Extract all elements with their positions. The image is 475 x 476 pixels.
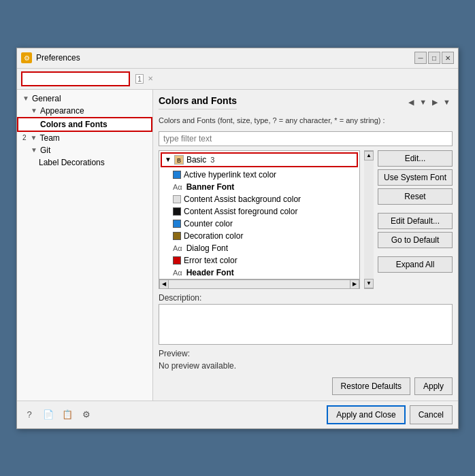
expand-git-icon: ▼ (31, 146, 37, 154)
filter-badge: 1 (135, 74, 144, 84)
color-swatch-5 (173, 232, 181, 240)
minimize-button[interactable]: ─ (414, 52, 427, 64)
filter-input[interactable]: font (21, 71, 130, 86)
color-swatch-2 (173, 195, 181, 203)
color-swatch-0 (173, 171, 181, 179)
main-content: ▼ General ▼ Appearance Colors and Fonts … (17, 90, 458, 401)
vertical-scrollbar[interactable]: ▲ ▼ (364, 150, 374, 289)
sidebar-item-colors-and-fonts[interactable]: Colors and Fonts (17, 117, 152, 132)
preview-section: Preview: No preview available. (159, 349, 453, 371)
sidebar-item-team-label: Team (39, 133, 59, 143)
sidebar-item-label-decorations[interactable]: Label Decorations (17, 156, 152, 169)
sidebar-item-label-deco-label: Label Decorations (39, 158, 105, 167)
horizontal-scrollbar[interactable]: ◀ ▶ (159, 279, 360, 289)
tree-item-4[interactable]: Counter color (159, 218, 359, 230)
nav-forward-icon[interactable]: ▶ (430, 97, 440, 107)
font-indicator-1: Aα (173, 183, 182, 191)
reset-button[interactable]: Reset (378, 188, 453, 205)
export-icon[interactable]: 📋 (61, 408, 74, 422)
panel-description: Colors and Fonts (font, size, type, ? = … (159, 116, 453, 124)
tree-item-2[interactable]: Content Assist background color (159, 193, 359, 205)
tree-item-7[interactable]: Error text color (159, 254, 359, 267)
import-icon[interactable]: 📄 (42, 408, 55, 422)
tree-filter-input[interactable] (159, 131, 453, 146)
tree-item-3[interactable]: Content Assist foreground color (159, 205, 359, 218)
sidebar-item-general[interactable]: ▼ General (17, 92, 152, 105)
settings-icon[interactable]: ⚙ (80, 408, 93, 422)
panel-header: Colors and Fonts ◀ ▼ ▶ ▼ (159, 95, 453, 109)
close-button[interactable]: ✕ (442, 52, 454, 64)
tree-column: ▼ B Basic 3 Active hyperlink text color (159, 150, 360, 289)
footer-action-buttons: Apply and Close Cancel (327, 405, 453, 424)
expand-appearance-icon: ▼ (31, 107, 37, 114)
clear-filter-icon[interactable]: ✕ (148, 75, 153, 82)
scroll-track-v (364, 160, 374, 279)
group-icon: B (174, 155, 184, 165)
scroll-track (169, 280, 350, 288)
right-panel: Colors and Fonts ◀ ▼ ▶ ▼ Colors and Font… (153, 90, 458, 401)
maximize-button[interactable]: □ (428, 52, 440, 64)
tree-item-8[interactable]: Aα Header Font (159, 267, 359, 279)
tree-item-1[interactable]: Aα Banner Font (159, 181, 359, 193)
preview-text: No preview available. (159, 361, 453, 371)
tree-group-basic[interactable]: ▼ B Basic 3 (162, 154, 357, 166)
expand-all-button[interactable]: Expand All (378, 256, 453, 273)
apply-button[interactable]: Apply (414, 377, 453, 395)
footer: ? 📄 📋 ⚙ Apply and Close Cancel (17, 401, 458, 428)
tree-item-label-6: Dialog Font (186, 243, 228, 253)
window-title: Preferences (36, 53, 410, 63)
sidebar-item-general-label: General (32, 94, 61, 103)
tree-container[interactable]: ▼ B Basic 3 Active hyperlink text color (159, 150, 360, 279)
tree-item-0[interactable]: Active hyperlink text color (159, 169, 359, 181)
color-swatch-3 (173, 207, 181, 216)
sidebar-item-appearance[interactable]: ▼ Appearance (17, 105, 152, 117)
tree-item-label-4: Counter color (184, 219, 233, 228)
restore-defaults-button[interactable]: Restore Defaults (332, 377, 410, 395)
window-controls: ─ □ ✕ (414, 52, 454, 64)
footer-icons: ? 📄 📋 ⚙ (22, 408, 93, 422)
app-icon: ⚙ (21, 52, 32, 63)
tree-item-label-8: Header Font (186, 268, 234, 277)
description-box (159, 304, 453, 345)
tree-area: ▼ B Basic 3 Active hyperlink text color (159, 150, 453, 289)
action-buttons: Edit... Use System Font Reset Edit Defau… (378, 150, 453, 289)
help-icon[interactable]: ? (22, 408, 36, 422)
color-swatch-7 (173, 256, 181, 265)
scroll-up-button[interactable]: ▲ (364, 151, 374, 160)
cancel-button[interactable]: Cancel (410, 405, 453, 424)
edit-default-button[interactable]: Edit Default... (378, 213, 453, 229)
apply-and-close-button[interactable]: Apply and Close (327, 405, 405, 424)
go-to-default-button[interactable]: Go to Default (378, 232, 453, 248)
use-system-font-button[interactable]: Use System Font (378, 169, 453, 186)
sidebar-item-git[interactable]: ▼ Git (17, 144, 152, 156)
tree-item-label-7: Error text color (184, 256, 238, 265)
search-bar: font 1 ✕ (17, 69, 458, 90)
expand-general-icon: ▼ (22, 95, 29, 102)
sidebar-item-colors-fonts-label: Colors and Fonts (40, 120, 108, 129)
nav-back-icon[interactable]: ◀ (406, 97, 416, 107)
basic-group: ▼ B Basic 3 (161, 152, 358, 167)
scroll-down-button[interactable]: ▼ (364, 279, 374, 288)
titlebar: ⚙ Preferences ─ □ ✕ (17, 48, 458, 69)
restore-apply-row: Restore Defaults Apply (159, 375, 453, 395)
group-expand-icon: ▼ (165, 156, 171, 163)
preview-label: Preview: (159, 349, 453, 358)
scroll-right-button[interactable]: ▶ (350, 279, 359, 289)
scroll-left-button[interactable]: ◀ (159, 279, 169, 289)
sidebar-item-appearance-label: Appearance (40, 106, 84, 116)
tree-item-label-0: Active hyperlink text color (184, 170, 276, 180)
nav-menu-icon[interactable]: ▼ (441, 97, 453, 107)
expand-team-icon: ▼ (31, 134, 37, 141)
tree-item-label-2: Content Assist background color (184, 194, 301, 204)
color-swatch-4 (173, 220, 181, 228)
group-label: Basic (186, 155, 206, 165)
tree-item-6[interactable]: Aα Dialog Font (159, 242, 359, 254)
nav-forward-dropdown-icon[interactable]: ▼ (417, 97, 429, 107)
sidebar: ▼ General ▼ Appearance Colors and Fonts … (17, 90, 153, 401)
sidebar-item-team[interactable]: 2 ▼ Team (17, 132, 152, 144)
edit-button[interactable]: Edit... (378, 150, 453, 167)
tree-item-label-3: Content Assist foreground color (184, 207, 297, 216)
tree-item-5[interactable]: Decoration color (159, 230, 359, 242)
panel-title: Colors and Fonts (159, 95, 237, 109)
tree-item-label-5: Decoration color (184, 231, 243, 241)
